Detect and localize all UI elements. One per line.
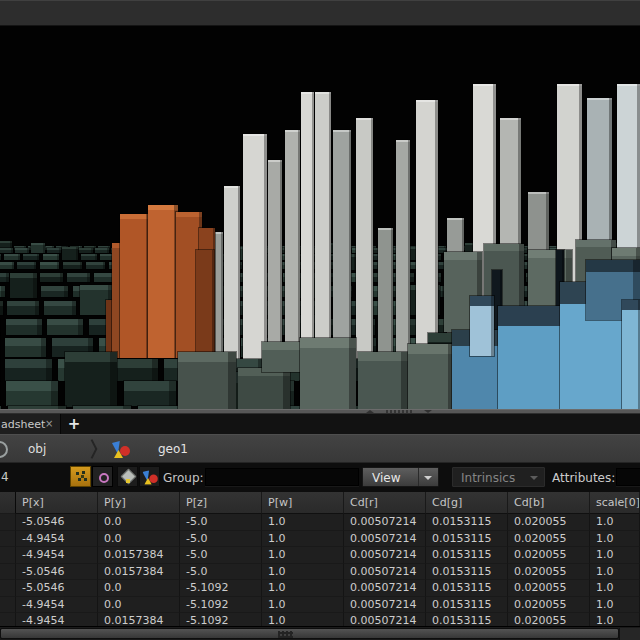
- table-row: -4.94540.0-5.01.00.005072140.01531150.02…: [0, 531, 640, 548]
- cell: 0.00507214: [344, 597, 426, 614]
- table-row: -5.05460.0-5.10921.00.005072140.01531150…: [0, 580, 640, 597]
- ground-box: [40, 262, 59, 269]
- column-header[interactable]: P[w]: [262, 492, 344, 514]
- column-header[interactable]: Cd[b]: [508, 492, 590, 514]
- ground-box: [7, 301, 39, 315]
- cell: 1.0: [590, 613, 640, 626]
- cell: 0.0153115: [426, 580, 508, 597]
- ground-box: [10, 273, 37, 298]
- obj-network-icon: [0, 441, 8, 458]
- scrollbar-thumb[interactable]: [0, 628, 619, 639]
- chevron-down-icon: [424, 476, 432, 480]
- tower-box: [285, 130, 300, 360]
- cell: -4.9454: [16, 613, 98, 626]
- group-input[interactable]: [205, 468, 359, 486]
- row-header[interactable]: [0, 564, 16, 581]
- ground-box: [5, 338, 46, 357]
- primitives-mode-button[interactable]: [117, 466, 138, 487]
- new-tab-button[interactable]: +: [66, 414, 82, 434]
- ground-box: [73, 406, 131, 409]
- cell: 0.00507214: [344, 580, 426, 597]
- tower-box: [378, 228, 393, 360]
- breadcrumb-geo1[interactable]: geo1: [158, 442, 188, 456]
- cell: -5.0546: [16, 514, 98, 531]
- column-header[interactable]: P[z]: [180, 492, 262, 514]
- tab-label: adsheet: [1, 418, 45, 431]
- column-header[interactable]: P[y]: [98, 492, 180, 514]
- tower-box: [315, 92, 331, 360]
- cell: 0.0: [98, 531, 180, 548]
- foreground-box: [300, 338, 356, 409]
- column-header[interactable]: P[x]: [16, 492, 98, 514]
- ground-box: [0, 273, 9, 282]
- cell: -5.0546: [16, 564, 98, 581]
- cell: 0.020055: [508, 613, 590, 626]
- geometry-node-icon: [112, 441, 132, 458]
- orange-box: [196, 250, 214, 358]
- tab-close-icon[interactable]: ×: [45, 418, 53, 429]
- cell: -4.9454: [16, 597, 98, 614]
- cell: 0.020055: [508, 531, 590, 548]
- tab-geometry-spreadsheet[interactable]: adsheet ×: [0, 414, 61, 434]
- cell: 1.0: [590, 564, 640, 581]
- vertex-ring-icon: [99, 473, 109, 483]
- splitter-up-icon[interactable]: [366, 410, 374, 413]
- points-mode-button[interactable]: [70, 466, 91, 487]
- table-row: -5.05460.0-5.01.00.005072140.01531150.02…: [0, 514, 640, 531]
- ground-box: [44, 301, 76, 315]
- row-header[interactable]: [0, 613, 16, 626]
- ground-box: [8, 406, 66, 409]
- ground-box: [124, 381, 176, 406]
- column-header[interactable]: scale[0]: [590, 492, 640, 514]
- detail-mode-button[interactable]: [139, 466, 160, 487]
- ground-box: [111, 359, 158, 381]
- cell: 0.00507214: [344, 514, 426, 531]
- viewport-3d[interactable]: [0, 26, 640, 409]
- view-dropdown-arrow-button[interactable]: [418, 468, 438, 486]
- ground-box: [67, 273, 90, 282]
- cell: 0.0157384: [98, 613, 180, 626]
- orange-box: [120, 214, 150, 358]
- ground-box: [4, 254, 20, 260]
- row-header[interactable]: [0, 514, 16, 531]
- cell: 0.00507214: [344, 613, 426, 626]
- column-header[interactable]: Cd[r]: [344, 492, 426, 514]
- ground-box: [6, 381, 58, 406]
- breadcrumb-obj[interactable]: obj: [28, 442, 46, 456]
- tower-box: [301, 92, 314, 360]
- cell: 1.0: [262, 564, 344, 581]
- view-dropdown[interactable]: View: [362, 467, 439, 487]
- row-header-gutter: [0, 492, 16, 514]
- cell: 1.0: [262, 597, 344, 614]
- tower-box: [224, 186, 240, 360]
- intrinsics-dropdown[interactable]: Intrinsics: [452, 467, 545, 487]
- vertices-mode-button[interactable]: [92, 466, 113, 487]
- attributes-input[interactable]: [616, 468, 640, 486]
- row-header[interactable]: [0, 580, 16, 597]
- row-header[interactable]: [0, 531, 16, 548]
- splitter-grip-icon[interactable]: [386, 410, 412, 413]
- cell: -5.0546: [16, 580, 98, 597]
- chevron-down-icon: [530, 476, 538, 480]
- horizontal-scrollbar[interactable]: [0, 626, 640, 640]
- scrollbar-grip-icon: [278, 631, 293, 638]
- group-label: Group:: [163, 471, 204, 485]
- cell: 0.0153115: [426, 613, 508, 626]
- scrollbar-track-end[interactable]: [619, 628, 640, 640]
- ground-box: [0, 262, 14, 269]
- column-header[interactable]: Cd[g]: [426, 492, 508, 514]
- blue-box: [470, 296, 494, 356]
- cell: 0.0153115: [426, 514, 508, 531]
- ground-box: [15, 248, 29, 253]
- ground-box: [63, 262, 82, 269]
- houdini-window: adsheet × + obj geo1 4 Group:: [0, 0, 640, 640]
- ground-box: [0, 406, 1, 409]
- splitter-down-icon[interactable]: [424, 410, 432, 413]
- row-header[interactable]: [0, 547, 16, 564]
- cell: 1.0: [590, 580, 640, 597]
- ground-box: [6, 319, 42, 335]
- tower-box: [268, 160, 282, 360]
- ground-box: [17, 262, 36, 269]
- cell: 1.0: [262, 514, 344, 531]
- row-header[interactable]: [0, 597, 16, 614]
